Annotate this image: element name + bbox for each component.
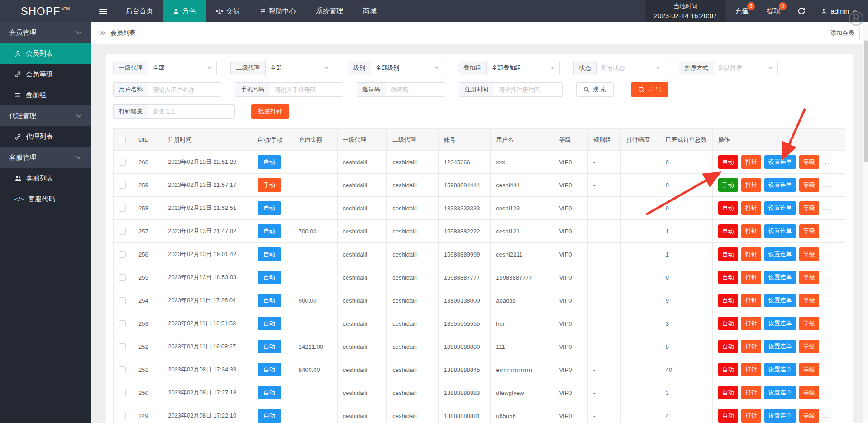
pin-button[interactable]: 打针 (741, 409, 761, 423)
more-actions[interactable]: ... (822, 158, 830, 165)
row-checkbox[interactable] (119, 320, 126, 327)
invite-code-input[interactable] (386, 83, 445, 96)
reg-time-input[interactable] (494, 83, 562, 96)
set-chain-order-button[interactable]: 设置连单 (764, 201, 796, 215)
row-checkbox[interactable] (119, 366, 126, 373)
sidebar-item-agent-list[interactable]: 代理列表 (0, 126, 91, 147)
phone-input[interactable] (270, 83, 343, 96)
pin-button[interactable]: 打针 (741, 317, 761, 330)
row-checkbox[interactable] (119, 182, 126, 189)
level-button[interactable]: 等级 (799, 386, 819, 399)
mode-toggle-button[interactable]: 自动 (718, 340, 738, 353)
level-button[interactable]: 等级 (799, 178, 819, 192)
level-button[interactable]: 等级 (799, 155, 819, 169)
row-checkbox[interactable] (119, 274, 126, 281)
level-button[interactable]: 等级 (799, 201, 819, 215)
pin-button[interactable]: 打针 (741, 271, 761, 284)
set-chain-order-button[interactable]: 设置连单 (764, 363, 796, 376)
set-chain-order-button[interactable]: 设置连单 (764, 340, 796, 353)
level-select[interactable]: 全部级别 (371, 61, 444, 75)
sidebar-group-member-management[interactable]: 会员管理 (0, 22, 91, 43)
level-button[interactable]: 等级 (799, 340, 819, 353)
menu-toggle-button[interactable] (91, 0, 116, 22)
set-chain-order-button[interactable]: 设置连单 (764, 247, 796, 261)
more-actions[interactable]: ... (822, 274, 830, 280)
more-actions[interactable]: ... (822, 297, 830, 304)
mode-toggle-button[interactable]: 手动 (718, 178, 738, 192)
mode-toggle-button[interactable]: 自动 (718, 409, 738, 423)
nav-item-mall[interactable]: 商城 (353, 0, 386, 22)
level-button[interactable]: 等级 (799, 271, 819, 284)
level-button[interactable]: 等级 (799, 224, 819, 238)
more-actions[interactable]: ... (822, 181, 830, 188)
more-actions[interactable]: ... (822, 366, 830, 373)
batch-pin-button[interactable]: 批量打针 (251, 104, 289, 119)
set-chain-order-button[interactable]: 设置连单 (764, 271, 796, 284)
mode-toggle-button[interactable]: 自动 (718, 224, 738, 238)
sidebar-item-member-list[interactable]: 会员列表 (0, 43, 91, 64)
stack-group-select[interactable]: 全部叠加组 (487, 61, 559, 75)
level-button[interactable]: 等级 (799, 317, 819, 330)
more-actions[interactable]: ... (822, 228, 830, 234)
pin-range-input[interactable] (148, 105, 234, 118)
sidebar-item-stack-group[interactable]: 叠加组 (0, 85, 91, 105)
set-chain-order-button[interactable]: 设置连单 (764, 155, 796, 169)
agent1-select[interactable]: 全部 (148, 61, 216, 75)
set-chain-order-button[interactable]: 设置连单 (764, 386, 796, 399)
row-checkbox[interactable] (119, 228, 126, 235)
nav-item-dashboard[interactable]: 后台首页 (116, 0, 163, 22)
mode-toggle-button[interactable]: 自动 (718, 271, 738, 284)
mode-toggle-button[interactable]: 自动 (718, 294, 738, 307)
pin-button[interactable]: 打针 (741, 386, 761, 399)
mode-toggle-button[interactable]: 自动 (718, 247, 738, 261)
refresh-button[interactable] (789, 0, 814, 22)
level-button[interactable]: 等级 (799, 294, 819, 307)
mode-toggle-button[interactable]: 自动 (718, 386, 738, 399)
username-input[interactable] (148, 83, 221, 96)
sidebar-item-service-code[interactable]: </> 客服代码 (0, 189, 91, 209)
scrollbar-thumb[interactable] (864, 40, 868, 162)
status-select[interactable]: 所有状态 (597, 61, 665, 75)
more-actions[interactable]: ... (822, 204, 830, 211)
set-chain-order-button[interactable]: 设置连单 (764, 317, 796, 330)
add-member-button[interactable]: 添加会员 (825, 26, 860, 40)
more-actions[interactable]: ... (822, 343, 830, 350)
pin-button[interactable]: 打针 (741, 155, 761, 169)
sidebar-group-service-management[interactable]: 客服管理 (0, 147, 91, 168)
level-button[interactable]: 等级 (799, 409, 819, 423)
select-all-checkbox[interactable] (119, 137, 126, 143)
pin-button[interactable]: 打针 (741, 201, 761, 215)
mode-toggle-button[interactable]: 自动 (718, 201, 738, 215)
mode-toggle-button[interactable]: 自动 (718, 155, 738, 169)
row-checkbox[interactable] (119, 390, 126, 396)
pin-button[interactable]: 打针 (741, 178, 761, 192)
pin-button[interactable]: 打针 (741, 224, 761, 238)
page-scrollbar[interactable] (863, 22, 868, 423)
mode-toggle-button[interactable]: 自动 (718, 317, 738, 330)
nav-item-roles[interactable]: 角色 (163, 0, 206, 22)
row-checkbox[interactable] (119, 413, 126, 419)
recharge-button[interactable]: 充值 6 (726, 0, 758, 22)
nav-item-help-center[interactable]: 帮助中心 (250, 0, 306, 22)
level-button[interactable]: 等级 (799, 247, 819, 261)
search-button[interactable]: 搜 索 (576, 82, 614, 97)
set-chain-order-button[interactable]: 设置连单 (764, 409, 796, 423)
level-button[interactable]: 等级 (799, 363, 819, 376)
more-actions[interactable]: ... (822, 389, 830, 396)
pin-button[interactable]: 打针 (741, 340, 761, 353)
pin-button[interactable]: 打针 (741, 247, 761, 261)
sidebar-group-agent-management[interactable]: 代理管理 (0, 105, 91, 126)
row-checkbox[interactable] (119, 343, 126, 350)
more-actions[interactable]: ... (822, 320, 830, 327)
more-actions[interactable]: ... (822, 251, 830, 257)
withdraw-button[interactable]: 提现 0 (758, 0, 789, 22)
agent2-select[interactable]: 全部 (266, 61, 334, 75)
more-actions[interactable]: ... (822, 412, 830, 419)
row-checkbox[interactable] (119, 205, 126, 212)
row-checkbox[interactable] (119, 159, 126, 166)
pin-button[interactable]: 打针 (741, 363, 761, 376)
row-checkbox[interactable] (119, 297, 126, 304)
sidebar-item-service-list[interactable]: 客服列表 (0, 168, 91, 189)
export-button[interactable]: 导 出 (631, 82, 669, 97)
nav-item-system[interactable]: 系统管理 (306, 0, 353, 22)
